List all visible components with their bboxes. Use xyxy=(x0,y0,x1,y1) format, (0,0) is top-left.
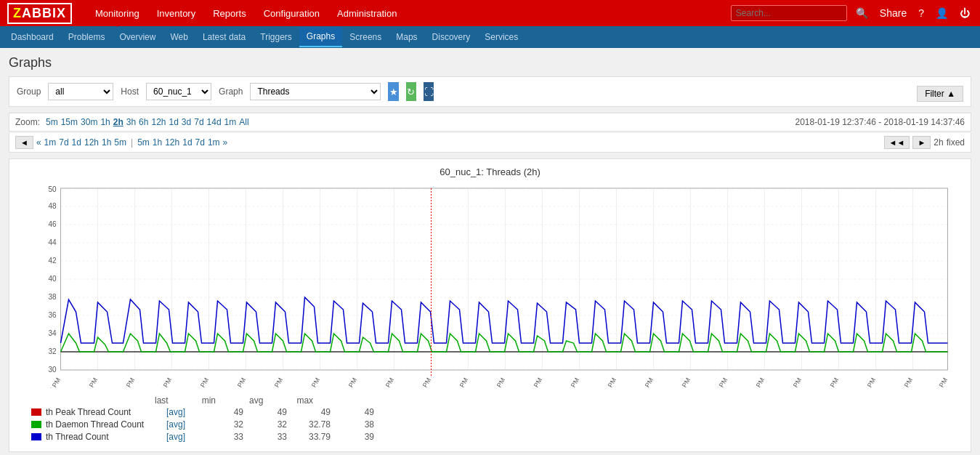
search-input[interactable] xyxy=(731,5,847,21)
svg-text:34: 34 xyxy=(48,329,57,337)
zoom-all[interactable]: All xyxy=(239,117,248,127)
svg-text:30: 30 xyxy=(48,366,57,374)
nav-next-all[interactable]: » xyxy=(223,137,228,148)
sub-menu-services[interactable]: Services xyxy=(477,28,525,47)
graph-container: 60_nuc_1: Threads (2h) 30 32 34 36 38 40… xyxy=(9,158,971,452)
zoom-in-button[interactable]: ► xyxy=(912,136,931,149)
zoom-14d[interactable]: 14d xyxy=(207,117,222,127)
top-menu-configuration[interactable]: Configuration xyxy=(255,2,328,25)
top-menu-administration[interactable]: Administration xyxy=(328,2,405,25)
zoom-5m[interactable]: 5m xyxy=(46,117,58,127)
graph-select[interactable]: Threads xyxy=(250,83,381,100)
svg-text:46: 46 xyxy=(48,220,57,228)
legend-header-last: last xyxy=(155,395,169,406)
user-icon[interactable]: 👤 xyxy=(933,6,951,20)
legend-last-daemon: 32 xyxy=(214,419,243,430)
sub-menu-triggers[interactable]: Triggers xyxy=(253,28,299,47)
sub-menu-problems[interactable]: Problems xyxy=(61,28,113,47)
svg-text:01:12 PM: 01:12 PM xyxy=(634,377,655,388)
svg-text:12:56 PM: 12:56 PM xyxy=(338,377,358,388)
star-button[interactable]: ★ xyxy=(388,82,398,101)
legend-vals-thread: 33 33 33.79 39 xyxy=(214,432,374,442)
nav-5m-prev[interactable]: 5m xyxy=(114,137,126,148)
top-menu-reports[interactable]: Reports xyxy=(204,2,255,25)
legend-type-peak: [avg] xyxy=(166,407,203,417)
filter-bar: Group all Host 60_nuc_1 Graph Threads ★ … xyxy=(9,76,971,107)
power-icon[interactable]: ⏻ xyxy=(957,6,973,20)
nav-1d-next[interactable]: 1d xyxy=(182,137,192,148)
zoom-1d[interactable]: 1d xyxy=(169,117,179,127)
fullscreen-button[interactable]: ⛶ xyxy=(424,82,434,101)
logo[interactable]: ZABBIX xyxy=(7,3,72,24)
search-icon[interactable]: 🔍 xyxy=(853,6,871,20)
legend-avg-peak: 49 xyxy=(301,407,331,417)
prev-button[interactable]: ◄ xyxy=(15,136,33,149)
host-select[interactable]: 60_nuc_1 xyxy=(146,83,211,100)
svg-text:01:16 PM: 01:16 PM xyxy=(708,377,729,388)
legend-min-peak: 49 xyxy=(258,407,287,417)
svg-text:01:28 PM: 01:28 PM xyxy=(928,377,949,388)
svg-text:12:44 PM: 12:44 PM xyxy=(116,377,136,388)
nav-7d-next[interactable]: 7d xyxy=(195,137,205,148)
legend-min-daemon: 32 xyxy=(258,419,287,430)
nav-12h-next[interactable]: 12h xyxy=(165,137,179,148)
help-icon[interactable]: ? xyxy=(915,6,927,20)
zoom-15m[interactable]: 15m xyxy=(61,117,78,127)
sub-menu-dashboard[interactable]: Dashboard xyxy=(4,28,61,47)
zoom-1h[interactable]: 1h xyxy=(100,117,110,127)
zoom-6h[interactable]: 6h xyxy=(139,117,148,127)
svg-text:36: 36 xyxy=(48,311,57,319)
nav-1h-next[interactable]: 1h xyxy=(153,137,162,148)
zoom-bar: Zoom: 5m 15m 30m 1h 2h 3h 6h 12h 1d 3d 7… xyxy=(9,113,971,132)
sub-menu-overview[interactable]: Overview xyxy=(112,28,163,47)
svg-text:01:06 PM: 01:06 PM xyxy=(523,377,543,388)
nav-12h-prev[interactable]: 12h xyxy=(84,137,99,148)
legend-name-thread: th Thread Count xyxy=(46,432,162,442)
nav-row: ◄ « 1m 7d 1d 12h 1h 5m | 5m 1h 12h 1d 7d… xyxy=(9,133,971,153)
zoom-3h[interactable]: 3h xyxy=(126,117,136,127)
legend-last-thread: 33 xyxy=(214,432,243,442)
svg-text:12:54 PM: 12:54 PM xyxy=(301,377,321,388)
sub-menu-maps[interactable]: Maps xyxy=(389,28,424,47)
zoom-1m[interactable]: 1m xyxy=(224,117,237,127)
nav-1m-next[interactable]: 1m xyxy=(208,137,220,148)
graph-label: Graph xyxy=(219,86,243,97)
nav-1h-prev[interactable]: 1h xyxy=(102,137,111,148)
top-menu-monitoring[interactable]: Monitoring xyxy=(86,2,148,25)
sub-menu-discovery[interactable]: Discovery xyxy=(425,28,478,47)
legend-max-peak: 49 xyxy=(345,407,374,417)
share-button[interactable]: Share xyxy=(877,6,910,20)
zoom-2h[interactable]: 2h xyxy=(113,117,123,127)
svg-text:48: 48 xyxy=(48,202,57,210)
nav-7d-prev[interactable]: 7d xyxy=(59,137,68,148)
page-content: Graphs Group all Host 60_nuc_1 Graph Thr… xyxy=(0,48,980,455)
nav-5m-next[interactable]: 5m xyxy=(137,137,150,148)
zoom-7d[interactable]: 7d xyxy=(194,117,203,127)
zoom-30m[interactable]: 30m xyxy=(81,117,97,127)
svg-text:12:40 PM: 12:40 PM xyxy=(78,377,99,388)
sub-navigation: Dashboard Problems Overview Web Latest d… xyxy=(0,26,980,48)
nav-1d-prev[interactable]: 1d xyxy=(72,137,81,148)
legend-type-thread: [avg] xyxy=(166,432,203,442)
svg-text:01:20 PM: 01:20 PM xyxy=(782,377,803,388)
zoom-12h[interactable]: 12h xyxy=(151,117,166,127)
top-menu-inventory[interactable]: Inventory xyxy=(148,2,204,25)
zoom-3d[interactable]: 3d xyxy=(182,117,191,127)
svg-text:01:18 PM: 01:18 PM xyxy=(745,377,766,388)
zoom-out-button[interactable]: ◄◄ xyxy=(884,136,910,149)
sub-menu-graphs[interactable]: Graphs xyxy=(299,27,342,47)
nav-prev-all[interactable]: « xyxy=(36,137,41,148)
group-select[interactable]: all xyxy=(48,83,113,100)
filter-toggle-button[interactable]: Filter ▲ xyxy=(917,86,963,102)
legend-vals-peak: 49 49 49 49 xyxy=(214,407,374,417)
sub-menu-screens[interactable]: Screens xyxy=(342,28,389,47)
sub-menu-latest-data[interactable]: Latest data xyxy=(195,28,253,47)
host-label: Host xyxy=(121,86,139,97)
refresh-button[interactable]: ↻ xyxy=(406,82,416,101)
nav-1m-prev[interactable]: 1m xyxy=(44,137,57,148)
svg-text:01:22 PM: 01:22 PM xyxy=(819,377,840,388)
sub-menu-web[interactable]: Web xyxy=(163,28,195,47)
fixed-label: fixed xyxy=(947,137,965,148)
duration-label: 2h xyxy=(934,137,943,148)
legend-type-daemon: [avg] xyxy=(166,419,203,430)
